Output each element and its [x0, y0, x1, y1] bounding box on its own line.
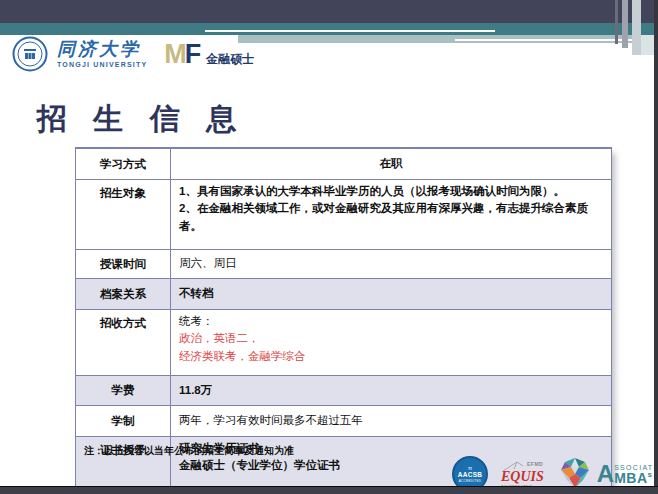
tongji-seal-icon [12, 36, 48, 72]
value-line: 2、在金融相关领域工作，或对金融研究及其应用有深厚兴趣，有志提升综合素质者。 [179, 200, 603, 235]
row-label: 招收方式 [76, 310, 171, 376]
header-corner-stripe [641, 35, 654, 55]
row-value: 11.8万 [171, 376, 612, 406]
slide-right-border [654, 0, 658, 494]
table-row: 招生对象 1、具有国家承认的大学本科毕业学历的人员（以报考现场确认时间为限）。 … [76, 180, 612, 250]
mf-logo-m: M [164, 39, 185, 70]
mf-program-logo: M F 金融硕士 [164, 39, 254, 70]
table-row: 档案关系 不转档 [76, 279, 612, 310]
mf-logo-f: F [185, 39, 202, 70]
header-accent-line [205, 30, 495, 32]
table-row: 学制 两年，学习有效时间最多不超过五年 [76, 406, 612, 437]
university-name: 同济大学 TONGJI UNIVERSITY [57, 40, 147, 68]
slide: 同济大学 TONGJI UNIVERSITY M F 金融硕士 招 生 信 息 … [0, 0, 658, 494]
table-row: 授课时间 周六、周日 [76, 250, 612, 279]
efmd-label: EFMD [527, 462, 543, 467]
table-row: 招收方式 统考： 政治，英语二， 经济类联考，金融学综合 [76, 310, 612, 376]
value-line: 1、具有国家承认的大学本科毕业学历的人员（以报考现场确认时间为限）。 [179, 183, 603, 200]
header-corner-stripe [632, 0, 641, 55]
row-value: 周六、周日 [171, 250, 612, 279]
admissions-table: 学习方式 在职 招生对象 1、具有国家承认的大学本科毕业学历的人员（以报考现场确… [75, 147, 612, 491]
table-row: 学习方式 在职 [76, 148, 612, 180]
row-label: 学制 [76, 406, 171, 437]
row-value: 1、具有国家承认的大学本科毕业学历的人员（以报考现场确认时间为限）。 2、在金融… [171, 180, 612, 250]
row-value: 在职 [171, 148, 612, 180]
page-title: 招 生 信 息 [37, 99, 245, 140]
aacsb-sub: ACCREDITED [459, 480, 482, 483]
header-corner-stripe [622, 0, 628, 48]
row-label: 学习方式 [76, 148, 171, 180]
amba-mba: MBA [614, 471, 647, 485]
equis-name: EQUIS [501, 470, 544, 484]
university-name-cn: 同济大学 [57, 40, 147, 58]
value-line: 政治，英语二， [179, 330, 603, 347]
logo-group: 同济大学 TONGJI UNIVERSITY M F 金融硕士 [12, 36, 254, 72]
header-navy-bar [0, 0, 658, 23]
row-label: 档案关系 [76, 279, 171, 310]
university-name-en: TONGJI UNIVERSITY [57, 61, 147, 68]
program-name: 金融硕士 [206, 51, 254, 68]
table-row: 学费 11.8万 [76, 376, 612, 406]
row-label: 招生对象 [76, 180, 171, 250]
row-value: 统考： 政治，英语二， 经济类联考，金融学综合 [171, 310, 612, 376]
value-line: 统考： [179, 313, 603, 330]
amba-big-a: A [597, 463, 614, 485]
row-label: 学费 [76, 376, 171, 406]
equis-logo: EFMD EQUIS ACCREDITED [501, 460, 544, 489]
footnote: 注：以上内容以当年公布的招生简章及通知为准 [84, 444, 294, 458]
value-line: 经济类联考，金融学综合 [179, 348, 603, 365]
header-teal-bar [0, 23, 658, 35]
aacsb-name: AACSB [458, 472, 483, 479]
header-corner-stripe [615, 0, 618, 44]
row-value: 不转档 [171, 279, 612, 310]
row-value: 两年，学习有效时间最多不超过五年 [171, 406, 612, 437]
row-label: 授课时间 [76, 250, 171, 279]
amba-s: s [648, 471, 653, 479]
amba-text: A SSOCIATION MBA s [597, 463, 658, 485]
slide-bottom-border [0, 486, 658, 494]
